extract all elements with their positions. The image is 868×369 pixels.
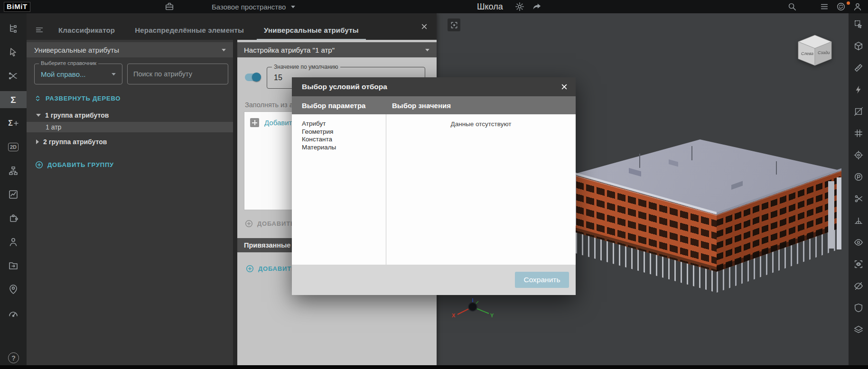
search-icon[interactable] — [787, 1, 797, 12]
reference-select[interactable]: Выберите справочник Мой справо... — [34, 64, 122, 84]
expand-tree-link[interactable]: РАЗВЕРНУТЬ ДЕРЕВО — [34, 95, 225, 102]
attribute-settings-header[interactable]: Настройка атрибута "1 атр" — [237, 42, 437, 57]
model-tree-icon[interactable] — [0, 20, 27, 37]
caret-right-icon — [36, 139, 39, 144]
left-tool-rail: Σ Σ 2D ? — [0, 13, 27, 365]
sigma-glyph: Σ — [8, 120, 13, 127]
section-box-icon[interactable] — [849, 103, 868, 120]
measure-ruler-icon[interactable] — [849, 60, 868, 76]
visibility-frame-icon[interactable] — [849, 256, 868, 272]
rooftop-antenna — [639, 154, 640, 168]
top-bar: BiMiT Базовое пространство Школа — [0, 0, 868, 13]
panel-mode-select[interactable]: Универсальные атрибуты — [27, 42, 233, 57]
menu-list-icon[interactable] — [819, 1, 830, 12]
save-button[interactable]: Сохранить — [515, 272, 569, 288]
dashboard-gauge-icon[interactable] — [0, 304, 27, 322]
close-panel-icon[interactable] — [420, 22, 429, 31]
navigation-cube[interactable]: Слева Сзади — [794, 31, 835, 67]
parameter-list: Атрибут Геометрия Константа Материалы — [292, 114, 386, 265]
default-value-toggle[interactable] — [245, 74, 260, 81]
hide-eye-icon[interactable] — [849, 278, 868, 294]
attributes-sum-add-icon[interactable]: Σ — [0, 115, 27, 132]
grid-icon[interactable] — [849, 125, 868, 141]
layers-icon[interactable] — [849, 322, 868, 338]
modal-column-headers: Выбор параметра Выбор значения — [292, 96, 576, 114]
caret-down-icon — [36, 114, 41, 117]
reference-row: Выберите справочник Мой справо... — [34, 64, 228, 84]
tree-group-2[interactable]: 2 группа атрибутов — [27, 136, 233, 148]
target-icon[interactable] — [849, 147, 868, 163]
axis-x-label: X — [452, 313, 456, 318]
help-button[interactable]: ? — [8, 352, 19, 363]
chevron-down-icon — [290, 5, 296, 9]
panel-tab-bar: Классификатор Нераспределённые элементы … — [27, 13, 437, 40]
cursor-glyph — [8, 47, 19, 57]
properties-p-icon[interactable] — [849, 169, 868, 185]
attributes-sum-icon[interactable]: Σ — [0, 91, 27, 108]
rooftop-antenna — [691, 146, 692, 160]
gear-icon[interactable] — [514, 1, 525, 12]
modal-title-bar: Выбор условий отбора — [292, 77, 576, 96]
angle-icon[interactable] — [849, 212, 868, 229]
circle-plus-icon — [35, 161, 43, 169]
toggle-knob — [252, 73, 261, 82]
clash-lightning-icon[interactable] — [849, 82, 868, 98]
universal-attributes-panel: Универсальные атрибуты Выберите справочн… — [27, 40, 233, 365]
tab-universal-attributes[interactable]: Универсальные атрибуты — [254, 20, 369, 40]
user-location-icon[interactable] — [0, 281, 27, 298]
frame-select-icon[interactable] — [849, 16, 868, 32]
circle-plus-icon — [245, 220, 253, 228]
column-param-header: Выбор параметра — [292, 101, 386, 110]
relations-icon[interactable] — [0, 67, 27, 84]
right-tool-rail — [849, 13, 868, 365]
select-cursor-icon[interactable] — [0, 44, 27, 61]
help-label: ? — [11, 354, 16, 362]
export-folder-icon[interactable] — [0, 257, 27, 274]
param-item-constant[interactable]: Константа — [302, 136, 386, 144]
tab-unallocated[interactable]: Нераспределённые элементы — [125, 20, 254, 40]
briefcase-icon[interactable] — [164, 1, 175, 12]
isolate-cube-icon[interactable] — [849, 38, 868, 54]
2d-view-icon[interactable]: 2D — [0, 138, 27, 156]
panel-menu-icon[interactable] — [33, 26, 46, 34]
tab-classifier[interactable]: Классификатор — [48, 20, 125, 40]
plus-glyph — [14, 121, 19, 126]
user-icon[interactable] — [0, 233, 27, 250]
param-item-attribute[interactable]: Атрибут — [302, 120, 386, 128]
tree-item-1atr[interactable]: 1 атр — [27, 122, 233, 132]
add-group-link[interactable]: ДОБАВИТЬ ГРУППУ — [35, 161, 225, 169]
default-value-label: Значение по умолчанию — [272, 64, 340, 70]
tab-label: Нераспределённые элементы — [135, 26, 244, 34]
building-model[interactable] — [572, 132, 847, 322]
building-stair-tower — [828, 181, 834, 249]
filter-shield-icon[interactable] — [849, 300, 868, 316]
plugins-icon[interactable] — [0, 210, 27, 227]
chevron-down-icon — [425, 48, 430, 52]
unfold-icon — [34, 95, 41, 102]
sync-status-icon[interactable] — [836, 1, 846, 12]
workspace-label: Базовое пространство — [212, 3, 286, 11]
clip-scissors-icon[interactable] — [849, 191, 868, 207]
expand-tree-label: РАЗВЕРНУТЬ ДЕРЕВО — [46, 95, 121, 102]
user-icon[interactable] — [852, 1, 863, 12]
modal-title: Выбор условий отбора — [302, 83, 387, 91]
tree-item-label: 1 атр — [46, 123, 61, 131]
visibility-eye-icon[interactable] — [849, 234, 868, 250]
attribute-search-input[interactable] — [127, 64, 228, 84]
share-icon[interactable] — [532, 1, 542, 12]
fit-selection-button[interactable] — [448, 18, 460, 31]
param-item-geometry[interactable]: Геометрия — [302, 128, 386, 136]
param-item-materials[interactable]: Материалы — [302, 144, 386, 152]
structure-icon[interactable] — [0, 162, 27, 179]
rooftop-antenna — [776, 161, 777, 175]
modal-close-icon[interactable] — [560, 83, 568, 91]
cube-back-label: Сзади — [818, 50, 830, 55]
workspace-select[interactable]: Базовое пространство — [212, 3, 296, 11]
tree-group-1[interactable]: 1 группа атрибутов — [27, 110, 233, 121]
app-logo: BiMiT — [4, 2, 30, 12]
charts-icon[interactable] — [0, 186, 27, 203]
axis-gizmo[interactable]: X Y — [450, 296, 495, 324]
tree-group-label: 1 группа атрибутов — [45, 111, 109, 119]
window-bottom-strip — [0, 365, 868, 369]
2d-label: 2D — [8, 143, 19, 151]
